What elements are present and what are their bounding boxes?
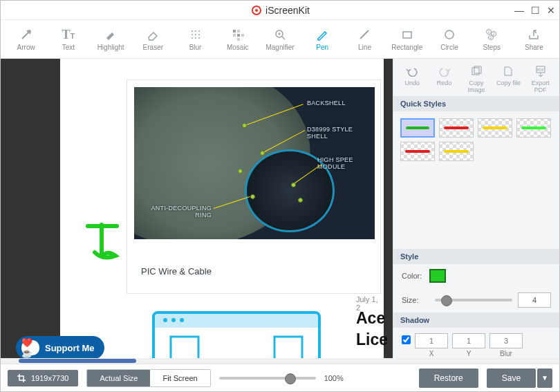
svg-rect-15 xyxy=(241,34,244,37)
svg-point-10 xyxy=(198,37,200,39)
crop-dimensions[interactable]: 1919x7730 xyxy=(8,370,78,386)
svg-rect-11 xyxy=(233,30,236,32)
size-input[interactable]: 4 xyxy=(518,292,551,308)
redo-button[interactable]: Redo xyxy=(428,64,460,93)
svg-point-3 xyxy=(195,30,196,32)
minimize-button[interactable]: — xyxy=(514,6,524,15)
svg-text:PDF: PDF xyxy=(537,68,544,72)
style-swatch[interactable] xyxy=(516,118,551,138)
style-swatch[interactable] xyxy=(400,118,435,138)
svg-text:1: 1 xyxy=(488,30,490,34)
tool-highlight[interactable]: Highlight xyxy=(89,27,131,51)
style-swatch[interactable] xyxy=(439,118,474,138)
shadow-y-input[interactable]: 1 xyxy=(452,333,485,348)
main-toolbar: Arrow TTText Highlight Eraser Blur Mosai… xyxy=(1,20,559,59)
actual-size-button[interactable]: Actual Size xyxy=(87,370,150,386)
color-picker[interactable] xyxy=(429,269,446,283)
maximize-button[interactable]: ☐ xyxy=(531,6,540,15)
size-label: Size: xyxy=(402,296,429,304)
svg-point-28 xyxy=(163,318,167,322)
action-row: Undo Redo Copy Image Copy file PDFExport… xyxy=(393,59,559,96)
coffee-icon: ❤️☕ xyxy=(21,340,39,355)
circle-icon xyxy=(428,27,470,42)
window-controls: — ☐ ✕ xyxy=(514,1,555,20)
tool-text[interactable]: TTText xyxy=(47,27,89,51)
rectangle-icon xyxy=(386,27,428,42)
tool-eraser[interactable]: Eraser xyxy=(132,27,174,51)
steps-icon: 123 xyxy=(471,27,513,42)
svg-point-7 xyxy=(198,34,200,35)
eraser-icon xyxy=(132,27,174,42)
copy-file-button[interactable]: Copy file xyxy=(492,64,524,93)
undo-button[interactable]: Undo xyxy=(396,64,428,93)
crop-icon xyxy=(17,374,26,382)
support-button[interactable]: ❤️☕ Support Me xyxy=(16,336,104,360)
svg-rect-13 xyxy=(233,34,236,37)
svg-point-5 xyxy=(192,34,193,35)
svg-point-30 xyxy=(180,318,184,322)
article-headline: AceLice xyxy=(356,308,388,351)
close-button[interactable]: ✕ xyxy=(547,6,555,15)
shadow-blur-input[interactable]: 3 xyxy=(489,333,523,348)
svg-rect-16 xyxy=(237,38,240,41)
tool-pen[interactable]: Pen xyxy=(301,27,344,51)
svg-text:2: 2 xyxy=(493,32,495,36)
pen-icon xyxy=(301,27,344,42)
side-panel: Undo Redo Copy Image Copy file PDFExport… xyxy=(393,59,559,363)
pen-stroke xyxy=(82,218,138,266)
highlight-icon xyxy=(89,27,131,42)
style-header: Style xyxy=(393,249,559,264)
svg-point-19 xyxy=(445,30,454,39)
tool-arrow[interactable]: Arrow xyxy=(5,27,47,51)
mosaic-icon xyxy=(216,27,259,42)
svg-point-8 xyxy=(192,37,193,39)
svg-rect-18 xyxy=(403,32,411,38)
fit-screen-button[interactable]: Fit Screen xyxy=(150,370,209,386)
style-swatch[interactable] xyxy=(439,142,474,161)
svg-rect-14 xyxy=(237,34,240,37)
tool-steps[interactable]: 123Steps xyxy=(471,27,513,51)
copy-file-icon xyxy=(492,64,524,78)
tool-rectangle[interactable]: Rectangle xyxy=(386,27,428,51)
style-swatch[interactable] xyxy=(400,142,435,161)
tool-mosaic[interactable]: Mosaic xyxy=(216,27,259,51)
callout-module: HIGH SPEE MODULE xyxy=(317,156,353,170)
page: BACKSHELL D38999 STYLE SHELL HIGH SPEE M… xyxy=(60,59,384,363)
shadow-x-input[interactable]: 1 xyxy=(415,333,448,348)
svg-point-2 xyxy=(192,30,193,32)
app-logo-icon xyxy=(250,4,263,17)
tool-blur[interactable]: Blur xyxy=(174,27,216,51)
size-slider[interactable] xyxy=(435,299,512,301)
tool-line[interactable]: Line xyxy=(344,27,386,51)
app-title: iScreenKit xyxy=(250,4,310,17)
horizontal-scrollbar[interactable] xyxy=(1,358,559,364)
quick-styles-header: Quick Styles xyxy=(393,96,559,111)
quick-styles-grid xyxy=(393,111,559,168)
svg-rect-12 xyxy=(237,30,240,32)
svg-point-6 xyxy=(195,34,196,35)
copy-image-icon xyxy=(460,64,492,78)
canvas[interactable]: BACKSHELL D38999 STYLE SHELL HIGH SPEE M… xyxy=(1,59,393,363)
zoom-mode-segment: Actual Size Fit Screen xyxy=(86,369,210,387)
product-image: BACKSHELL D38999 STYLE SHELL HIGH SPEE M… xyxy=(134,87,375,239)
shadow-checkbox[interactable] xyxy=(402,335,411,344)
callout-ring: ANTI-DECOUPLING RING xyxy=(149,205,212,218)
restore-button[interactable]: Restore xyxy=(419,368,478,388)
tool-share[interactable]: Share xyxy=(513,27,555,51)
image-caption: PIC Wire & Cable xyxy=(141,266,212,277)
color-label: Color: xyxy=(402,272,429,280)
callout-backshell: BACKSHELL xyxy=(307,100,346,106)
tool-circle[interactable]: Circle xyxy=(428,27,470,51)
tool-magnifier[interactable]: Magnifier xyxy=(259,27,301,51)
blur-icon xyxy=(174,27,216,42)
copy-image-button[interactable]: Copy Image xyxy=(460,64,492,93)
zoom-value: 100% xyxy=(324,374,344,382)
redo-icon xyxy=(428,64,460,78)
zoom-slider[interactable] xyxy=(219,377,316,380)
svg-point-29 xyxy=(171,318,176,322)
svg-point-1 xyxy=(255,9,258,12)
save-dropdown[interactable]: ▼ xyxy=(537,368,552,388)
export-pdf-button[interactable]: PDFExport PDF xyxy=(525,64,557,93)
save-button[interactable]: Save xyxy=(487,368,536,388)
style-swatch[interactable] xyxy=(478,118,512,138)
